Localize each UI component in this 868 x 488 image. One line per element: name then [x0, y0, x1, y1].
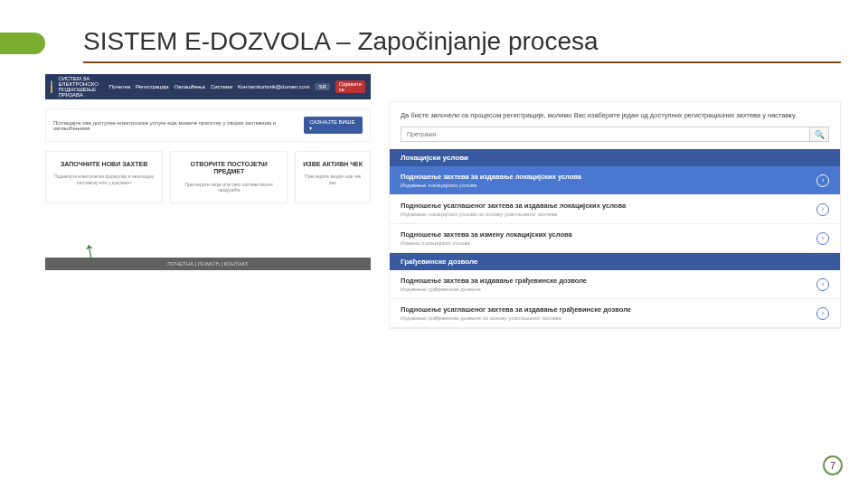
nav-item[interactable]: Контакт	[238, 84, 258, 89]
screenshot-process-list: Да бисте започели са процесом регистраци…	[389, 101, 841, 329]
search-row: 🔍	[401, 127, 829, 142]
item-sub: Измена локацијских услова	[401, 240, 809, 246]
process-list-item[interactable]: Подношење усаглашеног захтева за издавањ…	[390, 299, 840, 328]
screenshots-area: СИСТЕМ ЗА ЕЛЕКТРОНСКО ПОДНОШЕЊЕ ПРИЈАВА …	[45, 74, 841, 443]
chevron-right-icon: ›	[816, 278, 829, 291]
lang-switch[interactable]: SR	[315, 83, 329, 90]
search-icon: 🔍	[815, 130, 825, 139]
item-text: Подношење захтева за измену локацијских …	[401, 230, 809, 246]
title-bar: SISTEM E-DOZVOLA – Započinjanje procesa	[0, 27, 868, 63]
item-title: Подношење захтева за издавање локацијски…	[401, 173, 809, 181]
search-input[interactable]	[401, 127, 809, 142]
process-list-item[interactable]: Подношење захтева за измену локацијских …	[390, 224, 840, 253]
nav-right: korisnik@domen.com SR Одјавите се	[258, 80, 365, 93]
card-sub: Поднесите електронски формулар и неопход…	[52, 174, 156, 185]
item-text: Подношење захтева за издавање локацијски…	[401, 173, 809, 188]
intro-text: Да бисте започели са процесом регистраци…	[390, 102, 840, 127]
title-underline	[83, 61, 841, 63]
chevron-right-icon: ›	[816, 307, 829, 320]
screenshot-home: СИСТЕМ ЗА ЕЛЕКТРОНСКО ПОДНОШЕЊЕ ПРИЈАВА …	[45, 74, 371, 270]
chevron-right-icon: ›	[816, 232, 829, 245]
section-header: Грађевинске дозволе	[390, 253, 840, 270]
item-sub: Издавање грађевинске дозволе	[401, 286, 809, 292]
promo-banner: Погледајте све доступне електронске услу…	[45, 108, 371, 142]
card-sub: Прегледате акције које чек вас	[301, 174, 364, 185]
brand-line1: СИСТЕМ ЗА ЕЛЕКТРОНСКО	[58, 76, 98, 87]
item-sub: Издавање грађевинске дозволе по основу у…	[401, 315, 809, 321]
item-title: Подношење захтева за измену локацијских …	[401, 230, 809, 239]
nav-items: Почетна Регистрација Овлашћења Системи К…	[109, 84, 258, 89]
section-header: Локацијски услови	[390, 149, 840, 166]
accent-pill	[0, 33, 45, 54]
item-text: Подношење усаглашеног захтева за издавањ…	[401, 202, 809, 217]
chevron-right-icon: ›	[816, 203, 829, 216]
banner-text: Погледајте све доступне електронске услу…	[53, 120, 304, 131]
logo-icon	[51, 80, 52, 93]
slide-title: SISTEM E-DOZVOLA – Započinjanje procesa	[83, 27, 868, 56]
page-number: 7	[823, 455, 843, 475]
item-sub: Издавање локацијских услова	[401, 183, 809, 188]
item-title: Подношење усаглашеног захтева за издавањ…	[401, 202, 809, 210]
logout-button[interactable]: Одјавите се	[335, 80, 365, 93]
item-text: Подношење усаглашеног захтева за издавањ…	[401, 305, 809, 321]
banner-button[interactable]: САЗНАЈТЕ ВИШЕ ▾	[304, 117, 363, 134]
sections: Локацијски условиПодношење захтева за из…	[390, 149, 840, 328]
brand-text: СИСТЕМ ЗА ЕЛЕКТРОНСКО ПОДНОШЕЊЕ ПРИЈАВА	[58, 76, 98, 98]
nav-item[interactable]: Почетна	[109, 84, 130, 89]
nav-item[interactable]: Системи	[211, 84, 232, 89]
card-new-request[interactable]: ЗАПОЧНИТЕ НОВИ ЗАХТЕВ Поднесите електрон…	[45, 151, 163, 203]
card-title: ОТВОРИТЕ ПОСТОЈЕЋИ ПРЕДМЕТ	[176, 161, 281, 176]
navbar: СИСТЕМ ЗА ЕЛЕКТРОНСКО ПОДНОШЕЊЕ ПРИЈАВА …	[45, 74, 371, 99]
brand-line2: ПОДНОШЕЊЕ ПРИЈАВА	[58, 87, 98, 98]
user-email: korisnik@domen.com	[258, 84, 310, 89]
process-list-item[interactable]: Подношење захтева за издавање грађевинск…	[390, 270, 840, 299]
card-open-existing[interactable]: ОТВОРИТЕ ПОСТОЈЕЋИ ПРЕДМЕТ Прегледате св…	[170, 151, 288, 203]
nav-item[interactable]: Регистрација	[136, 84, 169, 89]
card-title: ЗАПОЧНИТЕ НОВИ ЗАХТЕВ	[52, 161, 156, 168]
process-list-item[interactable]: Подношење усаглашеног захтева за издавањ…	[390, 195, 840, 224]
item-sub: Издавање локацијских услова по основу ус…	[401, 211, 809, 217]
card-title: ИЗВЕ АКТИВН ЧЕК	[301, 161, 364, 168]
chevron-right-icon: ›	[816, 174, 829, 187]
nav-item[interactable]: Овлашћења	[175, 84, 205, 89]
item-title: Подношење захтева за издавање грађевинск…	[401, 277, 809, 285]
item-text: Подношење захтева за издавање грађевинск…	[401, 277, 809, 292]
card-sub: Прегледате своје или свих захтеви ваших …	[176, 182, 281, 193]
search-button[interactable]: 🔍	[809, 127, 829, 142]
process-list-item[interactable]: Подношење захтева за издавање локацијски…	[390, 166, 840, 195]
item-title: Подношење усаглашеног захтева за издавањ…	[401, 305, 809, 314]
